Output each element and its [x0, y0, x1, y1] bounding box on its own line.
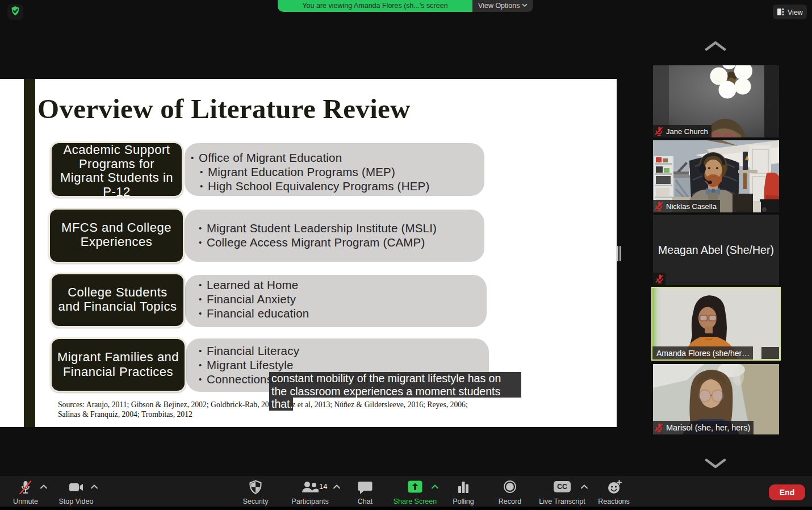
svg-text:View: View — [788, 9, 803, 16]
